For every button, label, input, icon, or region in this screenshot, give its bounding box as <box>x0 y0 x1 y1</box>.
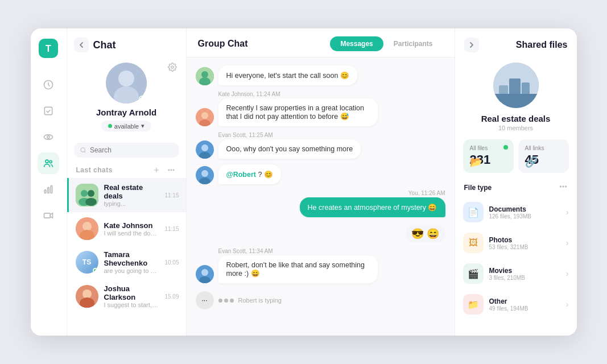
status-label: available <box>114 123 139 130</box>
online-status-badge <box>139 96 146 102</box>
svg-rect-10 <box>51 185 52 193</box>
msg-sender-evan3: Evan Scott, 11:25 AM <box>218 132 361 138</box>
svg-point-29 <box>82 289 92 299</box>
svg-point-52 <box>563 186 564 187</box>
svg-point-44 <box>201 269 208 276</box>
msg-avatar-evan4 <box>196 166 214 184</box>
photos-icon: 🖼 <box>463 233 484 253</box>
message-row-4: @Robert ? 😊 <box>196 164 445 184</box>
message-row-2: Kate Johnson, 11:24 AM Recently I saw pr… <box>196 91 445 126</box>
typing-indicator: ··· Robert is typing <box>196 289 445 312</box>
online-indicator <box>93 268 98 273</box>
chat-item-tamara[interactable]: TS Tamara Shevchenko are you going to a … <box>67 245 186 279</box>
group-name: Real estate deals <box>481 114 551 123</box>
chat-item-avatar-kate <box>76 217 98 240</box>
file-type-more-button[interactable] <box>559 182 568 193</box>
svg-point-24 <box>85 198 97 206</box>
chat-list-header: Chat <box>67 28 186 57</box>
chat-item-joshua[interactable]: Joshua Clarkson I suggest to start, I ha… <box>67 279 186 313</box>
msg-avatar-1 <box>196 67 214 85</box>
group-avatar <box>493 63 539 108</box>
svg-rect-50 <box>493 94 539 108</box>
msg-text-evan4: @Robert ? 😊 <box>218 164 281 184</box>
other-info: Other 49 files, 194MB <box>489 297 560 312</box>
chat-item-info-joshua: Joshua Clarkson I suggest to start, I ha… <box>104 284 159 308</box>
app-container: T Chat <box>31 28 577 336</box>
eye-nav-icon[interactable] <box>38 126 59 148</box>
group-info-area: Real estate deals 10 members <box>455 57 577 139</box>
svg-point-19 <box>173 169 174 171</box>
search-input[interactable] <box>90 146 174 154</box>
chat-item-preview-kate: I will send the document s... <box>104 230 159 237</box>
file-type-item-other[interactable]: 📁 Other 49 files, 194MB › <box>455 289 577 320</box>
other-files-icon: 📁 <box>463 294 484 315</box>
chat-item-time-tamara: 10:05 <box>164 259 179 266</box>
svg-rect-8 <box>44 190 46 193</box>
last-chats-header: Last chats <box>67 158 186 178</box>
photos-info: Photos 53 files, 321MB <box>489 236 560 250</box>
svg-point-53 <box>565 186 566 187</box>
msg-text-evan7: Robert, don't be like that and say somet… <box>218 255 378 283</box>
other-arrow: › <box>566 300 569 309</box>
chat-item-info-kate: Kate Johnson I will send the document s.… <box>104 221 159 237</box>
msg-text-kate: Recently I saw properties in a great loc… <box>218 98 378 126</box>
tab-messages[interactable]: Messages <box>330 36 383 51</box>
file-type-item-movies[interactable]: 🎬 Movies 3 files, 210MB › <box>455 258 577 289</box>
last-chats-actions <box>151 164 177 176</box>
photos-name: Photos <box>489 236 560 244</box>
clock-nav-icon[interactable] <box>38 74 59 96</box>
tasks-nav-icon[interactable] <box>38 100 59 122</box>
profile-settings-icon[interactable] <box>168 63 177 74</box>
msg-bubble-1: Hi everyone, let's start the call soon 😊 <box>218 65 357 85</box>
tab-participants[interactable]: Participants <box>383 36 443 51</box>
msg-sender-mine5: You, 11:26 AM <box>300 190 445 196</box>
msg-emoji-reaction: 😎 😄 <box>406 225 445 242</box>
shared-files-back-button[interactable] <box>464 38 479 52</box>
nav-sidebar: T <box>31 28 67 336</box>
movies-icon: 🎬 <box>463 263 484 284</box>
svg-point-32 <box>201 71 208 78</box>
file-type-item-documents[interactable]: 📄 Documents 126 files, 193MB › <box>455 197 577 228</box>
chat-item-time-kate: 11:15 <box>164 226 179 232</box>
group-members: 10 members <box>498 125 533 131</box>
app-logo: T <box>39 39 58 58</box>
more-chats-button[interactable] <box>166 164 177 176</box>
movies-info: Movies 3 files, 210MB <box>489 267 560 281</box>
chat-item-kate-johnson[interactable]: Kate Johnson I will send the document s.… <box>67 212 186 245</box>
search-bar[interactable] <box>74 143 179 158</box>
video-nav-icon[interactable] <box>38 205 59 226</box>
msg-content-evan7: Evan Scott, 11:34 AM Robert, don't be li… <box>218 248 378 283</box>
message-row-7: Evan Scott, 11:34 AM Robert, don't be li… <box>196 248 445 283</box>
chart-nav-icon[interactable] <box>38 179 59 200</box>
chat-item-info-tamara: Tamara Shevchenko are you going to a bus… <box>104 250 159 274</box>
chat-items-list: Real estate deals typing... 11:15 Kate J… <box>67 178 186 336</box>
svg-rect-11 <box>44 213 51 218</box>
msg-text-evan3: Ooo, why don't you say something more <box>218 139 361 159</box>
users-nav-icon[interactable] <box>38 152 59 174</box>
chat-item-real-estate[interactable]: Real estate deals typing... 11:15 <box>67 178 186 212</box>
svg-point-22 <box>88 190 94 197</box>
add-chat-button[interactable] <box>151 164 162 176</box>
status-arrow: ▾ <box>141 122 144 130</box>
chat-item-preview: typing... <box>104 200 159 207</box>
svg-point-18 <box>171 169 172 171</box>
file-type-item-photos[interactable]: 🖼 Photos 53 files, 321MB › <box>455 228 577 258</box>
photos-sub: 53 files, 321MB <box>489 244 560 250</box>
message-row-6: 😎 😄 <box>196 223 445 242</box>
chat-item-time: 11:15 <box>164 192 179 198</box>
message-row-1: Hi everyone, let's start the call soon 😊 <box>196 65 445 85</box>
svg-point-35 <box>201 112 208 119</box>
msg-content-evan4: @Robert ? 😊 <box>218 164 281 184</box>
movies-name: Movies <box>489 267 560 275</box>
msg-sender-kate: Kate Johnson, 11:24 AM <box>218 91 378 97</box>
profile-name: Jontray Arnold <box>96 107 156 117</box>
link-icon: 🔗 <box>525 156 538 168</box>
msg-avatar-kate <box>196 108 214 126</box>
chat-back-button[interactable] <box>74 38 89 52</box>
documents-arrow: › <box>566 208 569 217</box>
svg-rect-9 <box>48 188 49 193</box>
tab-buttons: Messages Participants <box>330 36 443 51</box>
svg-point-6 <box>46 160 48 163</box>
movies-arrow: › <box>566 269 569 278</box>
msg-content-kate: Kate Johnson, 11:24 AM Recently I saw pr… <box>218 91 378 126</box>
